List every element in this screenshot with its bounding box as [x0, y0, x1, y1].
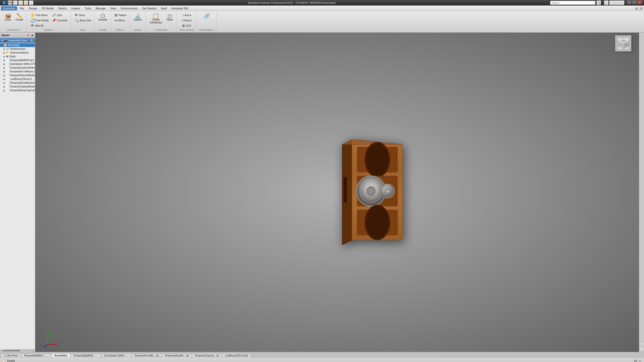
- panel-pin[interactable]: 📌: [26, 33, 29, 37]
- tree-root-expand[interactable]: ▼: [1, 44, 4, 47]
- tab-scanspeak[interactable]: ScanSpeak 18WU....ipt: [101, 353, 131, 357]
- axis-button[interactable]: ↕ Axis ▾: [181, 13, 193, 18]
- hide-all-button[interactable]: 👁 Hide All: [29, 23, 50, 28]
- mirror-button[interactable]: ⇔ Mirror: [113, 18, 127, 23]
- constrain-button[interactable]: 📌 Constrain: [51, 18, 69, 23]
- free-rotate-button[interactable]: 🔄 Free Rotate: [29, 18, 50, 23]
- menu-assemble[interactable]: Assemble: [1, 6, 17, 10]
- plane-button[interactable]: ◻ Plane: [165, 13, 175, 22]
- tree-item-5-expand[interactable]: ▶: [4, 78, 6, 80]
- tree-item-6-expand[interactable]: ▶: [4, 82, 5, 84]
- tree-relationships[interactable]: ▶ 🔗 Relationships: [0, 47, 35, 51]
- help-button[interactable]: ?: [604, 1, 609, 5]
- menu-vault[interactable]: Vault: [159, 6, 169, 10]
- panel-scrollbar-bottom[interactable]: ◀ ▶: [0, 349, 35, 352]
- position-dropdown-arrow[interactable]: ▾: [53, 29, 54, 31]
- tree-root[interactable]: ▼ 📁 Assembly1: [0, 43, 35, 47]
- status-number: 10: [634, 359, 637, 362]
- free-move-button[interactable]: ✋ Free Move: [29, 13, 50, 18]
- search-button[interactable]: 🔍: [596, 1, 601, 5]
- tree-item-4-expand[interactable]: ▶: [4, 74, 5, 77]
- tree-rel-expand[interactable]: ▶: [4, 48, 6, 50]
- pattern-button[interactable]: ⊞ Pattern: [113, 13, 127, 18]
- inspect-button[interactable]: 🔬 Inspect: [132, 13, 143, 22]
- redo-button[interactable]: ↪: [18, 1, 23, 5]
- signin-button[interactable]: Sign In: [609, 1, 624, 5]
- qa-dropdown[interactable]: ▾: [29, 1, 33, 5]
- menu-view[interactable]: View: [108, 6, 118, 10]
- menu-autodesk360[interactable]: Autodesk 360: [169, 6, 190, 10]
- tree-item-0[interactable]: ▶ 📄 TempestaBaffleFinal:1: [0, 58, 35, 62]
- status-settings[interactable]: ⚙: [638, 359, 642, 362]
- menu-bar: Assemble File Design 3D Model Sketch Ins…: [0, 6, 644, 11]
- tree-item-5[interactable]: ▶ 📄 LastBrace[18mm]:1: [0, 77, 35, 81]
- scroll-right-arrow[interactable]: ▶: [33, 349, 34, 352]
- tab-tempesta-baffle-fl[interactable]: TempestaBaffleFl....ipt: [21, 353, 51, 357]
- tree-item-0-expand[interactable]: ▶: [4, 59, 5, 62]
- zoom-in-button[interactable]: +: [640, 343, 644, 347]
- simplify-button[interactable]: ⬡ Simplify: [97, 13, 109, 22]
- create-substitutes-button[interactable]: 📋 CreateSubstitutes: [148, 13, 164, 25]
- tree-item-2-expand[interactable]: ▶: [4, 67, 5, 69]
- tree-origin-expand[interactable]: ▶: [4, 55, 6, 58]
- tree-item-8-expand[interactable]: ▶: [4, 89, 5, 92]
- save-button[interactable]: 💾: [8, 1, 12, 5]
- panel-expand[interactable]: ◀: [30, 33, 33, 37]
- pattern-dropdown-arrow[interactable]: ▾: [124, 29, 125, 31]
- tree-item-7-expand[interactable]: ▶: [4, 85, 5, 88]
- axes-svg: Z X Y: [43, 332, 58, 347]
- tree-item-3-expand[interactable]: ▶: [4, 70, 5, 73]
- tree-item-2[interactable]: ▶ 📄 TempestaCabinetSides(18mm):3: [0, 66, 35, 70]
- tree-item-3[interactable]: ▶ 📄 TempestaFrontBrace:1: [0, 70, 35, 73]
- search-input[interactable]: [550, 1, 595, 5]
- minimize-button[interactable]: ─: [627, 1, 631, 4]
- menu-inspect[interactable]: Inspect: [69, 6, 82, 10]
- menu-file[interactable]: File: [18, 6, 26, 10]
- tab-tempesta-baffle-bl[interactable]: TempestaBaffleBl....ipt: [71, 353, 101, 357]
- tab-assembly1[interactable]: Assembly1: [52, 353, 70, 357]
- ribbon-settings[interactable]: ⚙: [639, 7, 643, 10]
- tree-item-4[interactable]: ▶ 📄 TempestaTopandBottomCabinetPart[18mm…: [0, 73, 35, 77]
- tree-item-1[interactable]: ▶ 📄 ScanSpeak 18WU-4747D0:1: [0, 62, 35, 66]
- tree-representations[interactable]: ▶ 📂 Representations: [0, 51, 35, 55]
- menu-3dmodel[interactable]: 3D Model: [40, 6, 56, 10]
- measure-button[interactable]: 📐: [24, 1, 28, 5]
- joint-button[interactable]: 🔗 Joint: [51, 13, 69, 18]
- relationships-dropdown-arrow[interactable]: ▾: [214, 29, 215, 31]
- menu-sketch[interactable]: Sketch: [56, 6, 69, 10]
- component-dropdown-arrow[interactable]: ▾: [20, 29, 21, 31]
- menu-manage[interactable]: Manage: [94, 6, 108, 10]
- tab-lastbrace[interactable]: LastBrace[18mm].ipt: [222, 353, 251, 357]
- undo-button[interactable]: ↩: [13, 1, 18, 5]
- tab-home[interactable]: 🏠 My Home: [1, 353, 21, 357]
- place-label: Place: [5, 18, 11, 21]
- close-button[interactable]: ✕: [637, 1, 642, 4]
- scroll-left-arrow[interactable]: ◀: [1, 349, 2, 352]
- menu-environments[interactable]: Environments: [119, 6, 140, 10]
- tree-item-8[interactable]: ▶ 📄 TempestaRearCabinetPart[18mm]:1: [0, 88, 35, 92]
- viewport[interactable]: TOP RIGHT LEFT: [35, 33, 639, 352]
- show-button[interactable]: 👁 Show: [73, 13, 92, 18]
- tab-tempesta-rear[interactable]: TempestaRearBr....ipt: [162, 353, 191, 357]
- ribbon-expand[interactable]: ▲: [635, 7, 638, 10]
- place-button[interactable]: 📦 Place: [3, 13, 13, 22]
- assembly-view-bar[interactable]: ▾ 📷 Assembly View 🔒: [0, 38, 35, 43]
- tree-origin[interactable]: ▶ ⊕ Origin: [0, 55, 35, 58]
- tree-item-7[interactable]: ▶ 📄 TempestaTopandBottomCabinetPart[18mm…: [0, 85, 35, 88]
- create-button[interactable]: ✏️ Create: [14, 13, 25, 22]
- tree-item-6[interactable]: ▶ 📄 TempestaRearBracket:1: [0, 81, 35, 85]
- menu-tools[interactable]: Tools: [83, 6, 93, 10]
- menu-design[interactable]: Design: [27, 6, 39, 10]
- view-cube[interactable]: TOP RIGHT LEFT: [615, 35, 631, 52]
- tab-tempesta-topand[interactable]: TempestaTopand....ipt: [192, 353, 222, 357]
- relationships-btn[interactable]: 🔗: [202, 13, 212, 19]
- tree-item-1-expand[interactable]: ▶: [4, 63, 5, 65]
- show-sick-button[interactable]: 🔍 Show Sick: [73, 18, 92, 23]
- menu-getstarted[interactable]: Get Started: [140, 6, 158, 10]
- tree-rep-expand[interactable]: ▶: [4, 52, 6, 54]
- ucs-button[interactable]: ⊕ UCS: [181, 23, 193, 28]
- zoom-out-button[interactable]: −: [640, 347, 644, 351]
- point-button[interactable]: • Point ▾: [181, 18, 193, 23]
- restore-button[interactable]: □: [632, 1, 637, 4]
- tab-tempesta-front[interactable]: TempestaFrontBr....ipt: [132, 353, 162, 357]
